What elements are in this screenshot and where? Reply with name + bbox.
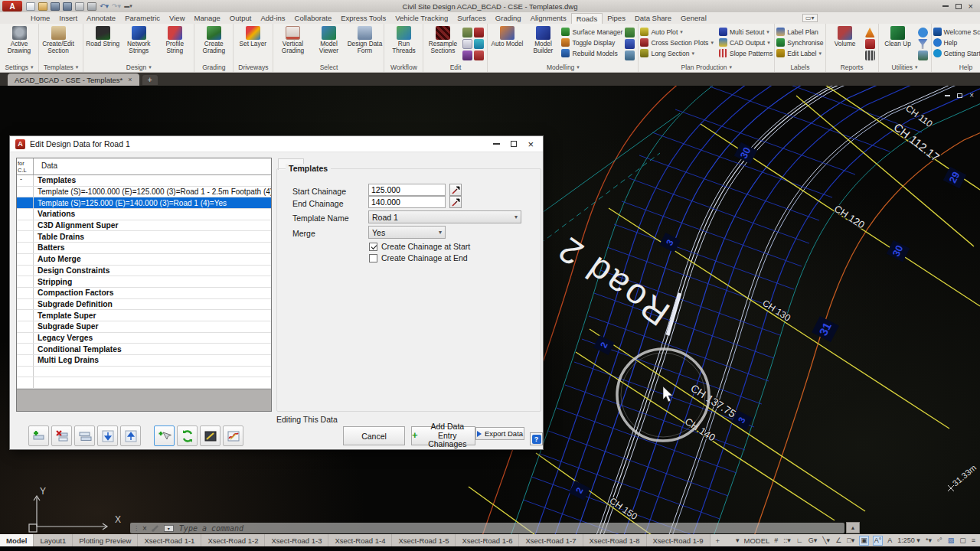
data-tree-row[interactable]	[17, 367, 271, 378]
move-row-down-button[interactable]	[97, 425, 118, 446]
welcome-screen-button[interactable]: Welcome Screen▾	[933, 27, 980, 37]
layout-tab[interactable]: Xsect-Road 1-1	[138, 534, 201, 546]
dialog-maximize-button[interactable]	[511, 141, 517, 147]
ribbon-tab[interactable]: Vehicle Tracking	[390, 13, 452, 24]
delete-row-button[interactable]	[51, 425, 72, 446]
close-button[interactable]: ×	[969, 2, 973, 10]
ribbon-tab[interactable]: Parametric	[120, 13, 165, 24]
edit-label-button[interactable]: Edit Label▾	[776, 48, 823, 58]
model-space-label[interactable]: MODEL	[744, 536, 770, 545]
edit-tool-icon-1[interactable]	[462, 28, 472, 37]
command-close-icon[interactable]: ×	[142, 524, 147, 533]
grid-toggle-icon[interactable]: #	[773, 536, 779, 545]
run-threads-button[interactable]: Run Threads	[386, 24, 421, 54]
annotation-monitor-icon[interactable]: ▫°	[936, 536, 943, 545]
toggle-display-button[interactable]: Toggle Display	[561, 37, 622, 47]
ribbon-tab[interactable]: Express Tools	[336, 13, 390, 24]
clean-screen-icon[interactable]: ▢	[959, 536, 967, 545]
design-data-form-button[interactable]: Design Data Form	[347, 24, 382, 54]
layout-tab[interactable]: Xsect-Road 1-8	[583, 534, 647, 546]
ribbon-tab[interactable]: Roads	[571, 13, 603, 24]
wrench-icon[interactable]	[151, 523, 160, 533]
refresh-data-button[interactable]	[177, 425, 198, 446]
rebuild-models-button[interactable]: Rebuild Models	[561, 48, 622, 58]
edit-tool-icon-3[interactable]	[462, 39, 472, 49]
ribbon-tab[interactable]: Alignments	[526, 13, 571, 24]
create-chainage-start-row[interactable]: Create Chainage at Start	[369, 242, 470, 251]
layout-tab[interactable]: Model	[0, 534, 34, 546]
add-data-entry-button[interactable]	[154, 425, 175, 446]
undo-button[interactable]: ↶▾	[100, 2, 109, 10]
plot-preview-button[interactable]	[200, 425, 220, 446]
label-plan-button[interactable]: Label Plan	[776, 27, 823, 37]
slope-patterns-button[interactable]: Slope Patterns	[719, 48, 773, 58]
template-name-dropdown[interactable]: Road 1▾	[368, 210, 521, 223]
end-chainage-input[interactable]	[368, 196, 446, 208]
ribbon-tab[interactable]: Add-ins	[256, 13, 289, 24]
drawing-file-tab[interactable]: ACAD_BCAD - CSE - Templates* ×	[8, 73, 139, 86]
command-line-bar[interactable]: ⋮ × ▾	[130, 523, 844, 533]
modelling-tool-icon-2[interactable]	[625, 39, 635, 49]
redo-button[interactable]: ↷▾	[112, 2, 121, 10]
start-chainage-pick-button[interactable]	[449, 184, 462, 196]
layout-tab[interactable]: Xsect-Road 1-6	[456, 534, 519, 546]
data-tree-row[interactable]: Multi Leg Drains	[17, 355, 271, 367]
autoscale-icon[interactable]: A	[887, 536, 893, 545]
clean-up-button[interactable]: Clean Up	[880, 24, 916, 47]
start-chainage-input[interactable]	[368, 184, 446, 196]
viewport-restore-icon[interactable]	[957, 93, 962, 98]
data-tree-row[interactable]: Batters	[17, 243, 271, 254]
warning-icon[interactable]	[865, 28, 875, 37]
create-edit-section-button[interactable]: Create/Edit Section	[41, 24, 76, 54]
annotation-visibility-icon[interactable]: A°	[873, 536, 884, 546]
new-file-icon[interactable]	[26, 2, 35, 11]
layout-tab[interactable]: Xsect-Road 1-9	[647, 534, 710, 546]
move-row-up-button[interactable]	[120, 425, 141, 446]
save-icon[interactable]	[51, 2, 60, 11]
data-tree-row[interactable]: Design Constraints	[17, 266, 271, 277]
data-tree-row[interactable]: Stripping	[17, 276, 271, 288]
edit-tool-icon-5[interactable]	[462, 51, 472, 60]
data-tree-row[interactable]: Auto Merge	[17, 254, 271, 266]
maximize-button[interactable]	[956, 4, 962, 9]
long-section-button[interactable]: Long Section▾	[640, 48, 714, 58]
new-layout-button[interactable]: +	[710, 534, 726, 546]
status-overflow-icon[interactable]: ▾	[735, 536, 740, 545]
ribbon-tab[interactable]: Surfaces	[452, 13, 491, 24]
open-file-icon[interactable]	[38, 2, 47, 11]
cross-section-plots-button[interactable]: Cross Section Plots▾	[640, 37, 714, 47]
ribbon-tab[interactable]: Collaborate	[290, 13, 337, 24]
filter-icon[interactable]	[918, 39, 928, 49]
workspace-switching-icon[interactable]: *▾	[925, 536, 933, 545]
command-collapse-button[interactable]: ▲	[846, 522, 860, 533]
command-input[interactable]	[178, 523, 841, 533]
data-tree-row[interactable]: - Templates	[17, 175, 271, 187]
data-tree-row[interactable]	[17, 377, 271, 389]
report-tool-icon[interactable]	[865, 39, 875, 49]
volume-button[interactable]: Volume	[828, 24, 863, 47]
data-tree-row[interactable]: C3D Alignment Super	[17, 220, 271, 232]
network-strings-button[interactable]: Network Strings	[121, 24, 156, 54]
multi-setout-button[interactable]: Multi Setout▾	[719, 27, 773, 37]
ribbon-tab[interactable]: General	[676, 13, 711, 24]
ribbon-tab[interactable]: Manage	[190, 13, 225, 24]
layout-tab[interactable]: Layout1	[34, 534, 73, 546]
data-tree-row[interactable]: Template (S)=-1000.000 (E)=125.000 (3)=R…	[17, 187, 271, 198]
edit-tool-icon-6[interactable]	[474, 51, 484, 60]
modelling-tool-icon-1[interactable]	[625, 28, 635, 37]
edit-tool-icon-4[interactable]	[474, 39, 484, 49]
model-viewer-button[interactable]: Model Viewer	[311, 24, 346, 54]
ortho-toggle-icon[interactable]: ∟	[795, 536, 804, 545]
data-tree-row[interactable]: Template Super	[17, 310, 271, 321]
ribbon-tab[interactable]: Pipes	[603, 13, 630, 24]
data-tree-row[interactable]: Variations	[17, 209, 271, 220]
data-tree-row[interactable]: Conditional Templates	[17, 344, 271, 355]
create-chainage-start-checkbox[interactable]	[369, 243, 377, 251]
auto-plot-button[interactable]: Auto Plot▾	[640, 27, 714, 37]
profile-string-button[interactable]: Profile String	[157, 24, 192, 54]
ribbon-tab[interactable]: Data Share	[630, 13, 676, 24]
layout-tab[interactable]: Xsect-Road 1-2	[201, 534, 265, 546]
plot-icon[interactable]	[75, 2, 84, 11]
synchronise-button[interactable]: Synchronise	[776, 37, 823, 47]
recent-commands-icon[interactable]: ▾	[164, 525, 174, 532]
